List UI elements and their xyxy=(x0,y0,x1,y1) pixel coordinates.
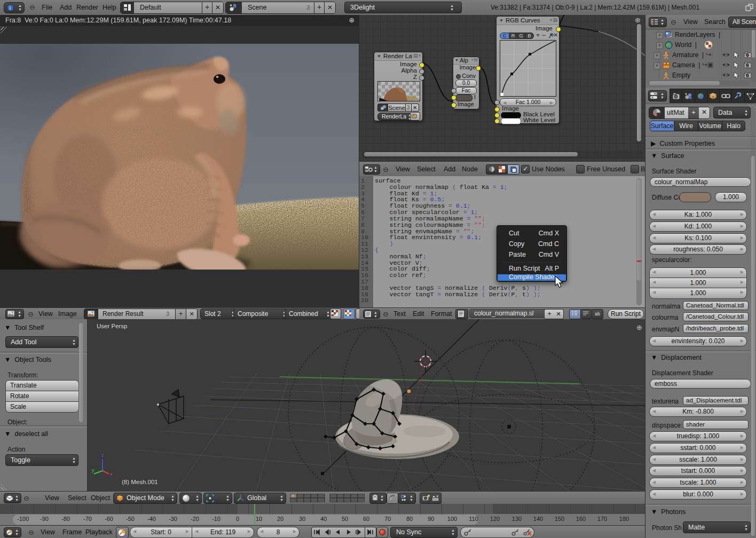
svg-text:z: z xyxy=(101,453,104,458)
svg-text:y: y xyxy=(92,468,94,473)
svg-text:i: i xyxy=(10,5,11,11)
svg-text:x: x xyxy=(110,471,113,476)
